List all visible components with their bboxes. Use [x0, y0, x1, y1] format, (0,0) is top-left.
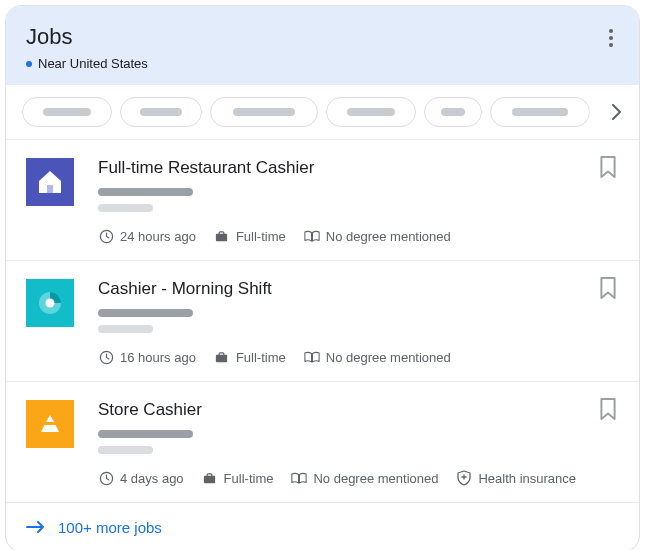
location-placeholder	[98, 204, 153, 212]
job-content: Cashier - Morning Shift 16 hours ago Ful…	[98, 279, 619, 365]
job-meta-row: 24 hours ago Full-time No degree mention…	[98, 228, 619, 244]
chip-placeholder	[347, 108, 395, 116]
location-placeholder	[98, 446, 153, 454]
degree-text: No degree mentioned	[326, 229, 451, 244]
company-placeholder	[98, 188, 193, 196]
posted-time: 4 days ago	[98, 470, 184, 486]
filter-chip[interactable]	[490, 97, 590, 127]
posted-time: 16 hours ago	[98, 349, 196, 365]
degree-requirement: No degree mentioned	[291, 470, 438, 486]
briefcase-icon	[214, 228, 230, 244]
company-placeholder	[98, 430, 193, 438]
job-meta-row: 16 hours ago Full-time No degree mention…	[98, 349, 619, 365]
employment-type: Full-time	[202, 470, 274, 486]
location-text: Near United States	[38, 56, 148, 71]
filter-chip[interactable]	[210, 97, 318, 127]
location-dot-icon	[26, 61, 32, 67]
svg-rect-0	[47, 185, 53, 193]
job-listing[interactable]: Store Cashier 4 days ago Full-time	[6, 382, 639, 503]
svg-rect-11	[207, 473, 212, 476]
company-logo	[26, 400, 74, 448]
briefcase-icon	[202, 470, 218, 486]
filter-chip[interactable]	[120, 97, 202, 127]
pyramid-icon	[35, 409, 65, 439]
filter-chip[interactable]	[424, 97, 482, 127]
job-content: Full-time Restaurant Cashier 24 hours ag…	[98, 158, 619, 244]
briefcase-icon	[214, 349, 230, 365]
job-listing[interactable]: Full-time Restaurant Cashier 24 hours ag…	[6, 140, 639, 261]
chip-placeholder	[43, 108, 91, 116]
arrow-right-icon	[26, 517, 46, 537]
bookmark-icon	[599, 398, 617, 420]
posted-time-text: 16 hours ago	[120, 350, 196, 365]
kebab-icon	[609, 36, 613, 40]
bookmark-icon	[599, 156, 617, 178]
chip-placeholder	[441, 108, 465, 116]
more-options-button[interactable]	[599, 26, 623, 50]
filter-chips-row	[6, 85, 639, 140]
company-placeholder	[98, 309, 193, 317]
clock-icon	[98, 228, 114, 244]
jobs-card: Jobs Near United States Full-	[5, 5, 640, 550]
employment-type-text: Full-time	[236, 350, 286, 365]
bookmark-button[interactable]	[599, 277, 621, 299]
posted-time-text: 4 days ago	[120, 471, 184, 486]
benefits-text: Health insurance	[478, 471, 576, 486]
svg-rect-3	[220, 231, 225, 234]
book-icon	[304, 228, 320, 244]
house-icon	[35, 167, 65, 197]
chip-placeholder	[140, 108, 182, 116]
degree-requirement: No degree mentioned	[304, 228, 451, 244]
job-meta-row: 4 days ago Full-time No degree mentioned	[98, 470, 619, 486]
job-title: Full-time Restaurant Cashier	[98, 158, 619, 178]
book-icon	[304, 349, 320, 365]
more-jobs-link[interactable]: 100+ more jobs	[58, 519, 162, 536]
clock-icon	[98, 349, 114, 365]
job-title: Store Cashier	[98, 400, 619, 420]
company-logo	[26, 279, 74, 327]
bookmark-icon	[599, 277, 617, 299]
filter-chip[interactable]	[326, 97, 416, 127]
page-title: Jobs	[26, 24, 619, 50]
benefits: Health insurance	[456, 470, 576, 486]
shield-icon	[456, 470, 472, 486]
svg-rect-8	[220, 352, 225, 355]
chips-scroll-right-button[interactable]	[585, 100, 629, 124]
job-listing[interactable]: Cashier - Morning Shift 16 hours ago Ful…	[6, 261, 639, 382]
kebab-icon	[609, 43, 613, 47]
kebab-icon	[609, 29, 613, 33]
job-content: Store Cashier 4 days ago Full-time	[98, 400, 619, 486]
posted-time: 24 hours ago	[98, 228, 196, 244]
job-title: Cashier - Morning Shift	[98, 279, 619, 299]
employment-type-text: Full-time	[236, 229, 286, 244]
degree-text: No degree mentioned	[313, 471, 438, 486]
location-placeholder	[98, 325, 153, 333]
svg-point-5	[46, 299, 55, 308]
location-subtitle[interactable]: Near United States	[26, 56, 619, 71]
employment-type: Full-time	[214, 349, 286, 365]
donut-icon	[35, 288, 65, 318]
degree-requirement: No degree mentioned	[304, 349, 451, 365]
chip-placeholder	[512, 108, 568, 116]
chip-placeholder	[233, 108, 295, 116]
employment-type: Full-time	[214, 228, 286, 244]
card-header: Jobs Near United States	[6, 6, 639, 85]
bookmark-button[interactable]	[599, 398, 621, 420]
company-logo	[26, 158, 74, 206]
employment-type-text: Full-time	[224, 471, 274, 486]
filter-chip[interactable]	[22, 97, 112, 127]
card-footer[interactable]: 100+ more jobs	[6, 503, 639, 550]
chevron-right-icon	[612, 104, 622, 120]
posted-time-text: 24 hours ago	[120, 229, 196, 244]
bookmark-button[interactable]	[599, 156, 621, 178]
clock-icon	[98, 470, 114, 486]
book-icon	[291, 470, 307, 486]
degree-text: No degree mentioned	[326, 350, 451, 365]
